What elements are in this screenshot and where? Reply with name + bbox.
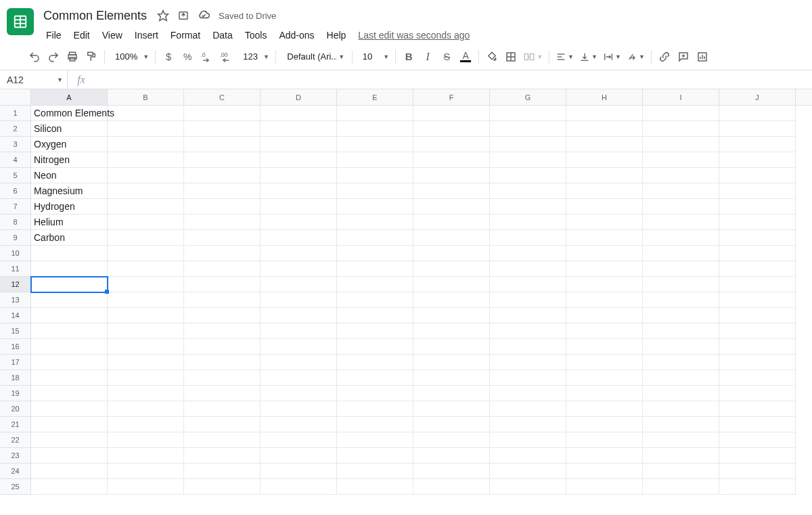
cell[interactable] (337, 386, 413, 401)
cell[interactable] (337, 277, 413, 292)
cell[interactable] (566, 277, 643, 292)
row-header[interactable]: 23 (0, 448, 31, 464)
cell[interactable] (261, 199, 337, 215)
cell[interactable] (261, 323, 337, 339)
row-header[interactable]: 8 (0, 215, 31, 230)
cell[interactable] (184, 137, 261, 152)
cell[interactable] (643, 401, 719, 417)
cell[interactable] (643, 230, 719, 246)
cell[interactable] (490, 261, 566, 277)
cell[interactable]: Nitrogen (31, 152, 108, 168)
cell[interactable] (490, 417, 566, 432)
row-header[interactable]: 25 (0, 479, 31, 495)
cell[interactable] (337, 261, 413, 277)
cell[interactable] (490, 292, 566, 308)
cell[interactable] (108, 432, 184, 448)
cell[interactable] (566, 230, 643, 246)
cell[interactable] (337, 183, 413, 199)
cell[interactable] (337, 168, 413, 183)
cell[interactable] (108, 199, 184, 215)
row-header[interactable]: 19 (0, 386, 31, 401)
cell[interactable] (566, 386, 643, 401)
cell[interactable] (643, 292, 719, 308)
cell[interactable] (643, 479, 719, 495)
cell[interactable] (566, 355, 643, 370)
cell[interactable] (643, 168, 719, 183)
row-header[interactable]: 6 (0, 183, 31, 199)
cell[interactable] (719, 246, 796, 261)
cell[interactable] (490, 199, 566, 215)
cell[interactable] (413, 432, 490, 448)
sheets-logo[interactable] (7, 8, 34, 35)
fill-color-button[interactable] (483, 48, 501, 66)
cell[interactable] (566, 464, 643, 479)
insert-chart-button[interactable] (694, 48, 711, 66)
cell[interactable]: Hydrogen (31, 199, 108, 215)
cell[interactable] (413, 479, 490, 495)
cell[interactable] (261, 246, 337, 261)
row-header[interactable]: 2 (0, 121, 31, 137)
cell[interactable] (643, 277, 719, 292)
undo-button[interactable] (26, 48, 43, 66)
cell[interactable] (184, 277, 261, 292)
cell[interactable] (31, 417, 108, 432)
cell[interactable] (566, 199, 643, 215)
cell[interactable] (184, 292, 261, 308)
cell[interactable]: Neon (31, 168, 108, 183)
doc-title[interactable]: Common Elements (41, 7, 150, 24)
cell[interactable] (490, 230, 566, 246)
cell[interactable] (719, 370, 796, 386)
cell[interactable] (337, 152, 413, 168)
menu-data[interactable]: Data (207, 27, 238, 43)
cell[interactable] (337, 215, 413, 230)
cell[interactable] (719, 183, 796, 199)
cell[interactable] (413, 448, 490, 464)
cell[interactable] (490, 277, 566, 292)
cell[interactable] (719, 308, 796, 323)
cell[interactable] (490, 246, 566, 261)
more-formats-button[interactable]: 123 ▼ (237, 48, 271, 66)
cell[interactable] (184, 121, 261, 137)
cell[interactable] (108, 246, 184, 261)
cell[interactable] (490, 448, 566, 464)
cell[interactable] (643, 106, 719, 121)
cell[interactable] (337, 432, 413, 448)
cell[interactable] (643, 137, 719, 152)
column-header[interactable]: B (108, 89, 184, 105)
cell[interactable] (337, 246, 413, 261)
cell[interactable] (108, 479, 184, 495)
cell[interactable] (566, 106, 643, 121)
cell[interactable] (184, 386, 261, 401)
cell[interactable] (413, 355, 490, 370)
cell[interactable] (490, 183, 566, 199)
cell[interactable] (413, 215, 490, 230)
cell[interactable] (719, 355, 796, 370)
cell[interactable] (31, 355, 108, 370)
row-header[interactable]: 4 (0, 152, 31, 168)
cell[interactable] (337, 137, 413, 152)
cell[interactable] (719, 121, 796, 137)
cell[interactable] (719, 199, 796, 215)
italic-button[interactable]: I (419, 48, 436, 66)
cell[interactable] (31, 448, 108, 464)
column-header[interactable]: J (719, 89, 796, 105)
cell[interactable] (31, 386, 108, 401)
cell[interactable] (31, 479, 108, 495)
row-header[interactable]: 24 (0, 464, 31, 479)
bold-button[interactable]: B (400, 48, 418, 66)
cell[interactable] (566, 417, 643, 432)
row-header[interactable]: 14 (0, 308, 31, 323)
cell[interactable] (490, 308, 566, 323)
cell[interactable] (184, 401, 261, 417)
cell[interactable] (643, 432, 719, 448)
menu-insert[interactable]: Insert (129, 27, 164, 43)
cell[interactable] (31, 261, 108, 277)
cell[interactable] (261, 261, 337, 277)
cell[interactable] (184, 355, 261, 370)
cell[interactable]: Oxygen (31, 137, 108, 152)
row-header[interactable]: 12 (0, 277, 31, 292)
cell[interactable] (261, 308, 337, 323)
cell[interactable] (261, 215, 337, 230)
star-icon[interactable] (156, 9, 170, 22)
move-icon[interactable] (177, 9, 190, 22)
